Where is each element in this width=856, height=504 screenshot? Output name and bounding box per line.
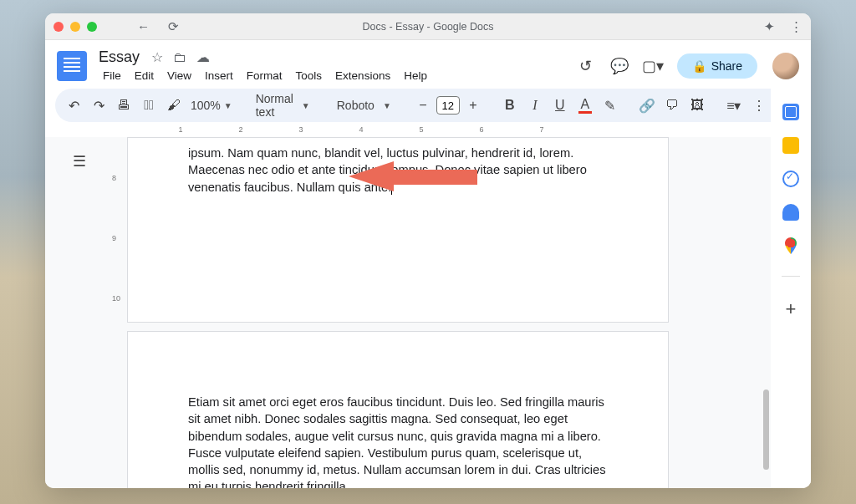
overflow-menu-icon[interactable]: ⋮ <box>790 19 802 34</box>
calendar-icon[interactable] <box>782 104 799 120</box>
history-icon[interactable]: ↺ <box>577 57 595 75</box>
docbar: Essay ☆ 🗀 ☁ File Edit View Insert Format… <box>45 40 811 89</box>
comments-icon[interactable]: 💬 <box>610 57 629 75</box>
editor-area: ☰ 8 9 10 ipsum. Nam quam nunc, blandit v… <box>45 137 811 488</box>
menu-extensions[interactable]: Extensions <box>329 68 396 84</box>
print-icon[interactable]: 🖶 <box>114 94 134 117</box>
show-outline-icon[interactable]: ☰ <box>67 149 92 174</box>
decrease-font-icon[interactable]: − <box>413 94 433 117</box>
chevron-down-icon: ▼ <box>302 101 310 110</box>
move-folder-icon[interactable]: 🗀 <box>173 50 186 65</box>
menu-view[interactable]: View <box>161 68 197 84</box>
docs-logo-icon[interactable] <box>57 51 87 81</box>
star-icon[interactable]: ☆ <box>151 49 163 65</box>
extensions-icon[interactable]: ✦ <box>764 19 775 34</box>
toolbar: ↶ ↷ 🖶 Ａ̲ 🖌 100%▼ Normal text▼ Roboto▼ − … <box>55 89 801 122</box>
cloud-status-icon[interactable]: ☁ <box>196 49 210 65</box>
minimize-window-icon[interactable] <box>70 22 80 32</box>
chevron-down-icon: ▼ <box>224 101 232 110</box>
spellcheck-icon[interactable]: Ａ̲ <box>139 94 159 117</box>
window-title: Docs - Essay - Google Docs <box>363 21 494 33</box>
reload-icon[interactable]: ⟳ <box>168 19 179 34</box>
menu-tools[interactable]: Tools <box>290 68 329 84</box>
get-addons-icon[interactable]: + <box>786 298 797 320</box>
account-avatar[interactable] <box>772 53 799 79</box>
increase-font-icon[interactable]: + <box>463 94 483 117</box>
bold-icon[interactable]: B <box>500 94 520 117</box>
side-panel: + <box>771 89 811 488</box>
menu-format[interactable]: Format <box>241 68 288 84</box>
annotation-arrow-icon <box>349 161 477 191</box>
window-controls <box>54 22 97 32</box>
scrollbar-thumb[interactable] <box>763 389 769 470</box>
maps-icon[interactable] <box>785 237 797 254</box>
page[interactable]: Etiam sit amet orci eget eros faucibus t… <box>127 331 669 488</box>
horizontal-ruler[interactable]: 1 2 3 4 5 6 7 <box>120 124 801 137</box>
paragraph-style-select[interactable]: Normal text▼ <box>251 92 315 119</box>
menubar: File Edit View Insert Format Tools Exten… <box>97 68 433 84</box>
menu-edit[interactable]: Edit <box>129 68 160 84</box>
vertical-ruler[interactable]: 8 9 10 <box>112 137 127 488</box>
titlebar: ← ⟳ Docs - Essay - Google Docs ✦ ⋮ <box>45 13 811 40</box>
zoom-select[interactable]: 100%▼ <box>189 99 234 112</box>
close-window-icon[interactable] <box>54 22 64 32</box>
app-window: ← ⟳ Docs - Essay - Google Docs ✦ ⋮ Essay… <box>45 13 811 488</box>
redo-icon[interactable]: ↷ <box>89 94 109 117</box>
document-title[interactable]: Essay <box>97 48 141 66</box>
insert-image-icon[interactable]: 🖼 <box>687 94 707 117</box>
fullscreen-window-icon[interactable] <box>87 22 97 32</box>
back-icon[interactable]: ← <box>137 19 150 34</box>
underline-icon[interactable]: U <box>550 94 570 117</box>
tasks-icon[interactable] <box>782 171 799 187</box>
insert-link-icon[interactable]: 🔗 <box>637 94 657 117</box>
chevron-down-icon: ▼ <box>383 101 391 110</box>
font-size-input[interactable] <box>436 96 460 115</box>
more-tools-icon[interactable]: ⋮ <box>749 94 769 117</box>
text-color-icon[interactable]: A <box>575 94 595 117</box>
undo-icon[interactable]: ↶ <box>64 94 84 117</box>
insert-comment-icon[interactable]: 🗩 <box>662 94 682 117</box>
font-select[interactable]: Roboto▼ <box>332 99 396 112</box>
paragraph-text: Etiam sit amet orci eget eros faucibus t… <box>188 394 608 488</box>
document-pages: ipsum. Nam quam nunc, blandit vel, luctu… <box>127 137 761 488</box>
italic-icon[interactable]: I <box>525 94 545 117</box>
menu-insert[interactable]: Insert <box>199 68 239 84</box>
highlight-icon[interactable]: ✎ <box>600 94 620 117</box>
contacts-icon[interactable] <box>782 204 799 221</box>
share-button[interactable]: 🔒 Share <box>677 53 757 79</box>
meet-icon[interactable]: ▢▾ <box>644 57 662 75</box>
page[interactable]: ipsum. Nam quam nunc, blandit vel, luctu… <box>127 137 669 323</box>
keep-icon[interactable] <box>782 137 799 154</box>
align-icon[interactable]: ≡▾ <box>724 94 744 117</box>
paint-format-icon[interactable]: 🖌 <box>164 94 184 117</box>
lock-icon: 🔒 <box>692 59 706 73</box>
share-label: Share <box>711 59 742 73</box>
menu-help[interactable]: Help <box>398 68 433 84</box>
browser-nav: ← ⟳ <box>137 19 179 34</box>
menu-file[interactable]: File <box>97 68 127 84</box>
